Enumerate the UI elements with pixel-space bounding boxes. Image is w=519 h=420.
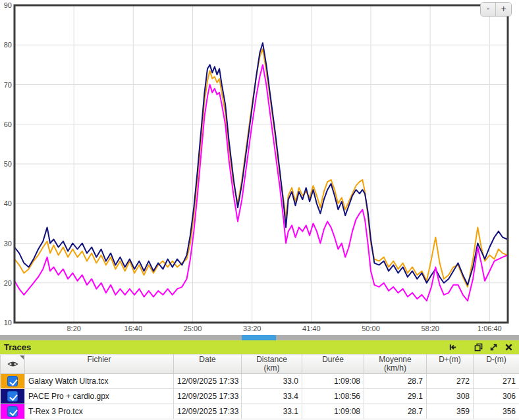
zoom-controls: - + — [480, 2, 512, 16]
y-axis-tick-label: 90 — [4, 1, 12, 9]
x-axis-tick-label: 16:40 — [124, 325, 143, 332]
x-axis-tick-label: 33:20 — [243, 325, 261, 332]
x-axis-tick-label: 50:00 — [362, 325, 380, 332]
trace-elevation-loss: 356 — [474, 404, 519, 419]
series-line-2 — [14, 65, 507, 301]
trace-filename: PACE Pro + cardio.gpx — [25, 389, 174, 404]
y-axis-tick-label: 50 — [4, 160, 12, 168]
y-axis-tick-label: 80 — [4, 41, 12, 49]
trace-elevation-gain: 308 — [427, 389, 474, 404]
restore-window-icon[interactable] — [474, 343, 483, 352]
y-axis-tick-label: 10 — [4, 319, 12, 327]
app-window: 8:2016:4025:0033:2041:4050:0058:201:06:4… — [0, 0, 519, 420]
trace-date: 12/09/2025 17:33 — [174, 389, 242, 404]
x-axis-tick-label: 1:06:40 — [478, 325, 502, 332]
trace-duration: 1:09:08 — [302, 404, 364, 419]
zoom-out-button[interactable]: - — [481, 3, 496, 16]
trace-filename: T-Rex 3 Pro.tcx — [25, 404, 174, 419]
collapse-left-icon[interactable] — [448, 343, 457, 352]
zoom-in-button[interactable]: + — [496, 3, 511, 16]
x-axis-tick-label: 8:20 — [67, 325, 80, 332]
x-axis-tick-label: 41:40 — [302, 325, 321, 332]
x-axis-tick-label: 25:00 — [184, 325, 202, 332]
column-header-dminus[interactable]: D-(m) — [474, 355, 519, 374]
speed-chart[interactable]: 8:2016:4025:0033:2041:4050:0058:201:06:4… — [0, 0, 519, 335]
chart-plot[interactable]: 8:2016:4025:0033:2041:4050:0058:201:06:4… — [0, 0, 519, 335]
table-row[interactable]: T-Rex 3 Pro.tcx 12/09/2025 17:33 33.1 1:… — [1, 404, 519, 419]
y-axis-tick-label: 60 — [4, 120, 12, 128]
traces-panel-header: Traces — [0, 340, 519, 354]
trace-average-speed: 28.7 — [364, 374, 427, 389]
column-header-dplus[interactable]: D+(m) — [427, 355, 474, 374]
trace-date: 12/09/2025 17:33 — [174, 404, 242, 419]
table-header-row: Fichier Date Distance(km) Durée Moyenne(… — [1, 355, 519, 374]
column-header-moyenne[interactable]: Moyenne(km/h) — [364, 355, 427, 374]
trace-distance: 33.1 — [242, 404, 302, 419]
trace-visibility-checkbox[interactable] — [7, 391, 18, 402]
y-axis-tick-label: 20 — [4, 279, 12, 287]
trace-average-speed: 28.7 — [364, 404, 427, 419]
traces-table: Fichier Date Distance(km) Durée Moyenne(… — [0, 354, 519, 419]
column-header-duree[interactable]: Durée — [302, 355, 364, 374]
trace-filename: Galaxy Watch Ultra.tcx — [25, 374, 174, 389]
y-axis-tick-label: 40 — [4, 199, 12, 207]
trace-average-speed: 29.1 — [364, 389, 427, 404]
y-axis-tick-label: 70 — [4, 81, 12, 89]
y-axis-tick-label: 30 — [4, 240, 12, 248]
scrollbar-thumb[interactable] — [242, 335, 276, 340]
trace-color-cell — [1, 374, 25, 389]
trace-duration: 1:08:56 — [302, 389, 364, 404]
expand-icon[interactable] — [489, 343, 498, 352]
column-header-distance[interactable]: Distance(km) — [242, 355, 302, 374]
column-header-fichier[interactable]: Fichier — [25, 355, 174, 374]
x-axis-tick-label: 58:20 — [421, 325, 439, 332]
trace-distance: 33.0 — [242, 374, 302, 389]
trace-elevation-loss: 306 — [474, 389, 519, 404]
trace-color-cell — [1, 389, 25, 404]
close-icon[interactable] — [504, 343, 513, 352]
sort-corner-marker — [20, 355, 24, 359]
trace-visibility-checkbox[interactable] — [7, 406, 18, 417]
trace-duration: 1:09:08 — [302, 374, 364, 389]
column-header-visibility[interactable] — [1, 355, 25, 374]
trace-distance: 33.4 — [242, 389, 302, 404]
chart-horizontal-scrollbar[interactable] — [0, 335, 519, 340]
trace-elevation-loss: 271 — [474, 374, 519, 389]
column-header-date[interactable]: Date — [174, 355, 242, 374]
trace-date: 12/09/2025 17:33 — [174, 374, 242, 389]
trace-elevation-gain: 272 — [427, 374, 474, 389]
panel-title: Traces — [4, 342, 31, 352]
trace-visibility-checkbox[interactable] — [7, 376, 18, 386]
table-row[interactable]: PACE Pro + cardio.gpx 12/09/2025 17:33 3… — [1, 389, 519, 404]
trace-elevation-gain: 359 — [427, 404, 474, 419]
table-row[interactable]: Galaxy Watch Ultra.tcx 12/09/2025 17:33 … — [1, 374, 519, 389]
trace-color-cell — [1, 404, 25, 419]
